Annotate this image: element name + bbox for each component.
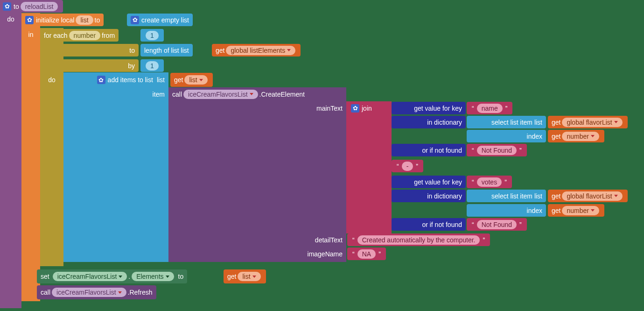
- imageName-literal[interactable]: “NA”: [347, 247, 386, 260]
- get-global-listElements[interactable]: get global listElements: [212, 44, 301, 57]
- call-refresh-block[interactable]: call iceCreamFlavorsList .Refresh: [37, 285, 156, 299]
- votes-literal[interactable]: “votes”: [467, 176, 512, 188]
- select-list-item-2[interactable]: select list item list: [467, 190, 546, 202]
- create-empty-list-block[interactable]: ✿ create empty list: [127, 14, 193, 26]
- gear-icon[interactable]: ✿: [351, 104, 359, 113]
- get-list-1[interactable]: get list: [170, 73, 213, 87]
- get-number-1[interactable]: get number: [548, 130, 604, 142]
- gear-icon[interactable]: ✿: [3, 2, 11, 11]
- mainText-label: mainText: [168, 102, 346, 114]
- dict2-getkey[interactable]: get value for key: [392, 176, 466, 188]
- init-local-block[interactable]: ✿ initialize local list to: [21, 14, 104, 26]
- chevron-down-icon: [591, 135, 595, 137]
- chevron-down-icon: [118, 291, 122, 294]
- chevron-down-icon: [119, 276, 122, 278]
- call-create-element[interactable]: call iceCreamFlavorsList .CreateElement: [168, 88, 346, 100]
- name-literal[interactable]: “name”: [467, 102, 512, 114]
- foreach-to-label: to: [40, 44, 139, 57]
- to-label: to: [14, 3, 19, 10]
- chevron-down-icon: [287, 49, 291, 51]
- chevron-down-icon: [252, 276, 256, 278]
- notfound-literal-1[interactable]: “Not Found”: [467, 144, 527, 156]
- get-global-flavorList-2[interactable]: get global flavorList: [548, 190, 628, 202]
- chevron-down-icon: [614, 195, 618, 197]
- by-value[interactable]: 1: [140, 59, 164, 72]
- init-var[interactable]: list: [76, 15, 93, 25]
- index-label-2: index: [467, 204, 546, 217]
- set-elements-block[interactable]: set iceCreamFlavorsList . Elements to: [37, 269, 187, 283]
- foreach-do-label: do: [40, 74, 63, 85]
- dict1-getkey[interactable]: get value for key: [392, 102, 466, 114]
- select-list-item-1[interactable]: select list item list: [467, 116, 546, 128]
- gear-icon[interactable]: ✿: [25, 16, 34, 24]
- dict2-notfound: or if not found: [392, 218, 466, 231]
- init-to: to: [95, 16, 100, 24]
- detailText-label: detailText: [168, 233, 346, 246]
- gear-icon[interactable]: ✿: [97, 76, 105, 84]
- chevron-down-icon: [199, 79, 203, 81]
- item-label: item: [63, 88, 168, 100]
- get-number-2[interactable]: get number: [548, 204, 604, 217]
- dict1-notfound: or if not found: [392, 144, 466, 156]
- procedure-name[interactable]: reloadList: [21, 2, 58, 11]
- join-block[interactable]: ✿ join: [347, 102, 378, 114]
- index-label-1: index: [467, 130, 546, 142]
- get-list-2[interactable]: get list: [224, 269, 266, 283]
- detailText-literal[interactable]: “Created automatically by the computer.”: [347, 233, 490, 246]
- chevron-down-icon: [250, 93, 253, 95]
- foreach-block[interactable]: for each number from: [40, 29, 119, 42]
- length-of-list-block[interactable]: length of list list: [140, 44, 193, 57]
- get-global-flavorList-1[interactable]: get global flavorList: [548, 116, 628, 128]
- in-label: in: [21, 29, 40, 40]
- add-items-block[interactable]: ✿ add items to list list: [63, 73, 168, 87]
- from-value[interactable]: 1: [140, 29, 164, 42]
- do-label: do: [0, 14, 21, 25]
- foreach-var[interactable]: number: [69, 31, 100, 40]
- notfound-literal-2[interactable]: “Not Found”: [467, 218, 527, 231]
- imageName-label: imageName: [168, 247, 346, 260]
- procedure-def-block[interactable]: ✿ to reloadList: [0, 0, 63, 13]
- dict2-indict: in dictionary: [392, 190, 466, 202]
- foreach-by-label: by: [40, 59, 139, 72]
- chevron-down-icon: [591, 209, 595, 212]
- gear-icon[interactable]: ✿: [131, 16, 139, 24]
- chevron-down-icon: [614, 121, 618, 123]
- chevron-down-icon: [166, 276, 169, 278]
- init-label: initialize local: [36, 16, 74, 24]
- dash-literal[interactable]: “ - ”: [392, 160, 423, 172]
- dict1-indict: in dictionary: [392, 116, 466, 128]
